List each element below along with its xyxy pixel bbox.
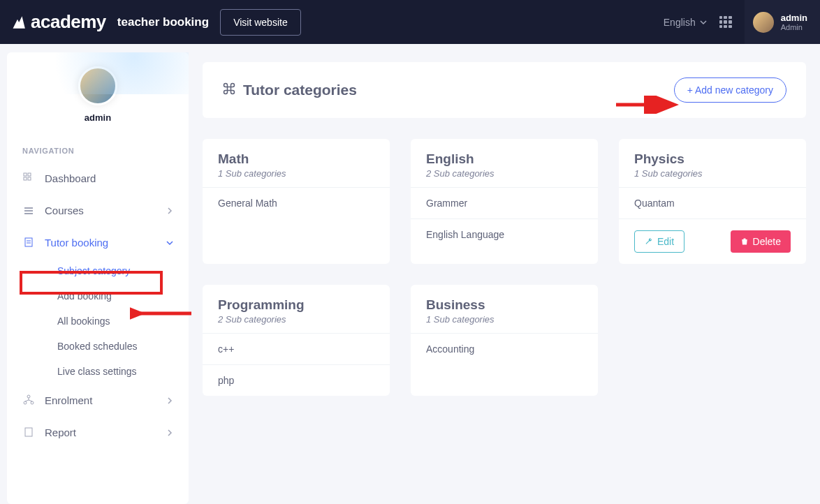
apps-grid-icon[interactable] (719, 16, 732, 29)
svg-point-9 (31, 401, 34, 404)
page-title-wrap: Tutor categories (222, 82, 357, 98)
trash-icon (740, 237, 749, 246)
user-name: admin (781, 13, 807, 23)
card-title: Math (218, 151, 374, 167)
main-content: Tutor categories + Add new category Math… (189, 44, 820, 504)
user-role: Admin (781, 23, 807, 31)
svg-rect-2 (24, 177, 27, 180)
subcategory-row[interactable]: c++ (203, 333, 390, 364)
card-title: Physics (634, 151, 791, 167)
card-sub-count: 2 Sub categories (426, 168, 583, 179)
profile-name: admin (7, 112, 189, 123)
sidebar-item-all-bookings[interactable]: All bookings (35, 309, 189, 334)
top-navbar: academy teacher booking Visit website En… (0, 0, 820, 44)
command-icon (222, 82, 236, 98)
logo-icon (8, 13, 27, 31)
visit-website-button[interactable]: Visit website (220, 9, 301, 36)
edit-button[interactable]: Edit (634, 230, 684, 253)
avatar[interactable] (78, 66, 117, 105)
tutor-booking-subnav: Subject category Add booking All booking… (7, 258, 189, 384)
subcategory-row[interactable]: English Language (411, 218, 598, 250)
card-head: Programming2 Sub categories (203, 285, 390, 333)
language-picker[interactable]: English (664, 17, 707, 28)
navbar-right: English admin Admin (664, 0, 820, 44)
categories-grid: Math1 Sub categoriesGeneral MathEnglish2… (203, 139, 806, 396)
subcategory-row[interactable]: Quantam (619, 187, 806, 218)
report-icon (22, 426, 35, 438)
sidebar-item-label: Report (45, 427, 76, 438)
wrench-icon (645, 237, 653, 246)
delete-button[interactable]: Delete (731, 230, 791, 253)
sidebar-item-label: Tutor booking (45, 237, 108, 249)
user-menu[interactable]: admin Admin (745, 0, 820, 44)
sidebar-item-label: Courses (45, 205, 84, 216)
card-sub-count: 2 Sub categories (218, 314, 374, 325)
sidebar-item-report[interactable]: Report (7, 416, 189, 448)
sidebar-item-booked-schedules[interactable]: Booked schedules (35, 334, 189, 359)
card-sub-count: 1 Sub categories (426, 314, 583, 325)
card-title: English (426, 151, 583, 167)
chevron-right-icon (166, 394, 173, 406)
subcategory-row[interactable]: Accounting (411, 333, 598, 364)
svg-rect-4 (25, 238, 32, 246)
nav-section-label: NAVIGATION (7, 130, 189, 162)
avatar (753, 12, 774, 33)
add-new-category-button[interactable]: + Add new category (674, 77, 786, 103)
logo[interactable]: academy (8, 11, 106, 33)
card-head: Physics1 Sub categories (619, 139, 806, 187)
sidebar-item-subject-category[interactable]: Subject category (35, 258, 189, 283)
sidebar-item-tutor-booking[interactable]: Tutor booking (7, 226, 189, 258)
subcategory-row[interactable]: php (203, 364, 390, 396)
subcategory-row[interactable]: General Math (203, 187, 390, 218)
chevron-down-icon (700, 17, 707, 28)
category-card: Business1 Sub categoriesAccounting (411, 285, 598, 396)
card-head: Business1 Sub categories (411, 285, 598, 333)
chevron-right-icon (166, 427, 173, 438)
card-head: Math1 Sub categories (203, 139, 390, 187)
category-card: Physics1 Sub categoriesQuantamEditDelete (619, 139, 806, 264)
stack-icon (22, 204, 35, 216)
card-head: English2 Sub categories (411, 139, 598, 187)
hierarchy-icon (22, 394, 35, 406)
sidebar-item-live-class-settings[interactable]: Live class settings (35, 359, 189, 384)
svg-rect-1 (28, 173, 31, 176)
sidebar-item-label: Enrolment (45, 394, 92, 406)
svg-rect-10 (25, 428, 32, 436)
category-card: English2 Sub categoriesGrammerEnglish La… (411, 139, 598, 264)
card-actions: EditDelete (619, 218, 806, 264)
svg-point-8 (24, 401, 27, 404)
chevron-right-icon (166, 205, 173, 216)
svg-rect-0 (24, 173, 27, 176)
sidebar-item-dashboard[interactable]: Dashboard (7, 162, 189, 194)
navbar-left: academy teacher booking Visit website (8, 9, 301, 36)
category-card: Programming2 Sub categoriesc++php (203, 285, 390, 396)
product-name: teacher booking (117, 15, 209, 29)
sidebar-item-courses[interactable]: Courses (7, 194, 189, 226)
page-title: Tutor categories (243, 82, 357, 98)
user-meta: admin Admin (781, 13, 807, 31)
language-label: English (664, 17, 696, 28)
svg-point-7 (27, 395, 30, 398)
sidebar-item-add-booking[interactable]: Add booking (35, 283, 189, 309)
clipboard-icon (22, 236, 35, 249)
sidebar-item-label: Dashboard (45, 172, 96, 184)
chevron-down-icon (166, 237, 173, 249)
page-header: Tutor categories + Add new category (203, 62, 806, 118)
card-title: Business (426, 297, 583, 313)
grid-icon (22, 172, 35, 184)
sidebar-item-enrolment[interactable]: Enrolment (7, 384, 189, 416)
svg-rect-3 (28, 177, 31, 180)
subcategory-row[interactable]: Grammer (411, 187, 598, 218)
card-sub-count: 1 Sub categories (218, 168, 374, 179)
card-title: Programming (218, 297, 374, 313)
category-card: Math1 Sub categoriesGeneral Math (203, 139, 390, 264)
sidebar: admin NAVIGATION Dashboard Courses Tutor… (7, 52, 189, 504)
logo-text: academy (31, 11, 106, 33)
card-sub-count: 1 Sub categories (634, 168, 791, 179)
profile-block: admin (7, 52, 189, 130)
